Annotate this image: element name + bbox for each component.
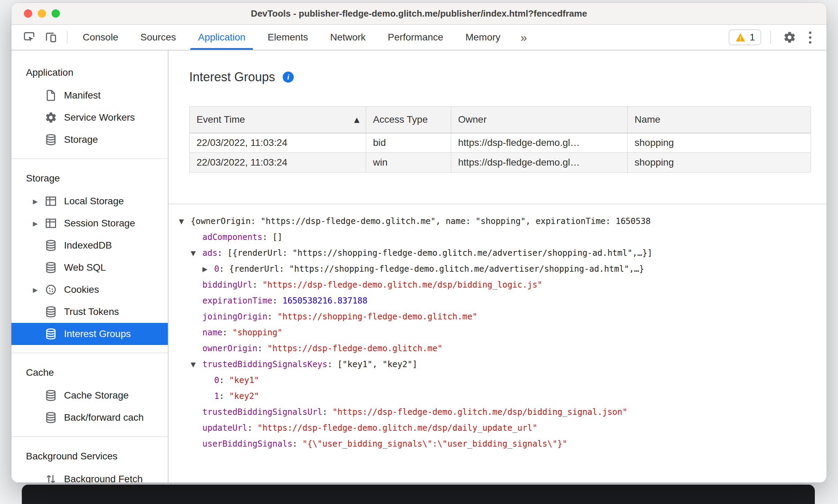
sidebar-item-background-fetch[interactable]: Background Fetch <box>11 468 168 483</box>
tab-network[interactable]: Network <box>319 25 377 50</box>
sidebar-section-background-services[interactable]: Background Services <box>11 445 168 468</box>
sidebar-item-interest-groups[interactable]: Interest Groups <box>11 323 168 345</box>
tree-line[interactable]: ▶0: {renderUrl: "https://shopping-fledge… <box>179 261 827 277</box>
document-icon <box>45 89 57 102</box>
table-row[interactable]: 22/03/2022, 11:03:24winhttps://dsp-fledg… <box>190 153 811 172</box>
sidebar-item-label: Storage <box>64 134 98 145</box>
sidebar-item-session-storage[interactable]: ▶Session Storage <box>11 212 168 234</box>
page-title: Interest Groups <box>189 70 275 84</box>
table-cell: win <box>366 153 451 172</box>
column-header-label: Owner <box>458 114 486 125</box>
database-icon <box>45 411 57 424</box>
sidebar-item-trust-tokens[interactable]: Trust Tokens <box>11 301 168 323</box>
more-tabs-button[interactable]: » <box>511 25 536 50</box>
interest-group-details-tree: ▼{ownerOrigin: "https://dsp-fledge-demo.… <box>168 204 827 483</box>
window-title: DevTools - publisher-fledge-demo.glitch.… <box>11 8 827 19</box>
tab-memory[interactable]: Memory <box>454 25 511 50</box>
tree-line[interactable]: expirationTime: 1650538216.837188 <box>179 293 827 309</box>
tree-line[interactable]: userBiddingSignals: "{\"user_bidding_sig… <box>179 436 827 452</box>
more-options-icon[interactable] <box>804 29 816 46</box>
expand-arrow-icon[interactable]: ▶ <box>33 198 45 205</box>
tree-segment-string: "https://dsp-fledge-demo.glitch.me/dsp/b… <box>262 280 542 290</box>
tab-elements[interactable]: Elements <box>256 25 319 50</box>
database-icon <box>45 133 57 146</box>
tree-line[interactable]: name: "shopping" <box>179 325 827 340</box>
tree-line[interactable]: ▼{ownerOrigin: "https://dsp-fledge-demo.… <box>179 213 827 229</box>
table-row[interactable]: 22/03/2022, 11:03:24bidhttps://dsp-fledg… <box>190 133 811 153</box>
expand-arrow-icon[interactable]: ▶ <box>33 220 45 227</box>
tree-segment-plain: : [] <box>262 232 282 242</box>
info-icon[interactable] <box>283 72 294 83</box>
tree-line[interactable]: ownerOrigin: "https://dsp-fledge-demo.gl… <box>179 340 827 356</box>
tree-segment-key: trustedBiddingSignalsUrl <box>202 407 322 417</box>
tree-line[interactable]: ▼ads: [{renderUrl: "https://shopping-fle… <box>179 245 827 261</box>
sidebar-item-web-sql[interactable]: Web SQL <box>11 256 168 279</box>
tree-segment-plain: : ["key1", "key2"] <box>327 360 417 369</box>
column-header-access-type[interactable]: Access Type <box>366 107 451 133</box>
column-header-owner[interactable]: Owner <box>451 107 628 133</box>
devtools-window: DevTools - publisher-fledge-demo.glitch.… <box>11 3 827 483</box>
twisty-expanded-icon[interactable]: ▼ <box>191 245 202 261</box>
table-cell: bid <box>366 133 451 153</box>
tree-line[interactable]: 1: "key2" <box>179 388 827 404</box>
expand-arrow-icon[interactable]: ▶ <box>33 286 45 293</box>
column-header-label: Event Time <box>197 114 245 125</box>
tree-line[interactable]: updateUrl: "https://dsp-fledge-demo.glit… <box>179 420 827 436</box>
tree-segment-plain: : <box>322 407 333 417</box>
device-toolbar-icon[interactable] <box>41 28 61 47</box>
sidebar-divider <box>11 436 168 437</box>
column-header-event-time[interactable]: Event Time▲ <box>190 107 366 133</box>
sidebar-item-manifest[interactable]: Manifest <box>11 84 168 106</box>
application-sidebar: ApplicationManifestService WorkersStorag… <box>11 50 168 483</box>
zoom-button[interactable] <box>52 9 60 18</box>
tree-line[interactable]: biddingUrl: "https://dsp-fledge-demo.gli… <box>179 277 827 293</box>
sidebar-item-cookies[interactable]: ▶Cookies <box>11 279 168 301</box>
tree-line[interactable]: adComponents: [] <box>179 229 827 245</box>
tab-sources[interactable]: Sources <box>129 25 187 50</box>
tree-segment-plain: : <box>219 391 229 401</box>
column-header-name[interactable]: Name <box>628 107 811 133</box>
twisty-collapsed-icon[interactable]: ▶ <box>202 261 214 277</box>
tab-console[interactable]: Console <box>72 25 129 50</box>
sidebar-divider <box>11 353 168 353</box>
sidebar-item-back-forward-cache[interactable]: Back/forward cach <box>11 407 168 429</box>
minimize-button[interactable] <box>38 9 46 18</box>
table-icon <box>45 195 57 207</box>
sidebar-section-cache[interactable]: Cache <box>11 361 168 384</box>
table-cell: 22/03/2022, 11:03:24 <box>190 133 366 153</box>
cookie-icon <box>45 283 57 296</box>
sidebar-item-service-workers[interactable]: Service Workers <box>11 106 168 129</box>
settings-gear-icon[interactable] <box>780 28 799 47</box>
sidebar-item-storage[interactable]: Storage <box>11 129 168 151</box>
tab-performance[interactable]: Performance <box>377 25 454 50</box>
tab-application[interactable]: Application <box>187 25 256 50</box>
tree-line[interactable]: trustedBiddingSignalsUrl: "https://dsp-f… <box>179 404 827 420</box>
tree-line[interactable]: 0: "key1" <box>179 372 827 388</box>
sidebar-item-local-storage[interactable]: ▶Local Storage <box>11 190 168 212</box>
warning-count: 1 <box>749 32 755 43</box>
twisty-expanded-icon[interactable]: ▼ <box>179 213 191 229</box>
toolbar-right-group: 1 <box>729 25 827 50</box>
close-button[interactable] <box>24 9 32 18</box>
database-icon <box>45 389 57 402</box>
background-window <box>22 485 815 504</box>
sidebar-item-label: Back/forward cach <box>64 412 144 423</box>
sidebar-item-label: Cookies <box>64 284 99 295</box>
table-icon <box>45 217 57 230</box>
tree-line[interactable]: ▼trustedBiddingSignalsKeys: ["key1", "ke… <box>179 356 827 372</box>
sidebar-item-label: Background Fetch <box>64 474 143 483</box>
twisty-expanded-icon[interactable]: ▼ <box>191 356 202 372</box>
sidebar-item-cache-storage[interactable]: Cache Storage <box>11 384 168 407</box>
tree-segment-string: "https://dsp-fledge-demo.glitch.me/dsp/b… <box>333 407 628 417</box>
sidebar-section-storage[interactable]: Storage <box>11 167 168 190</box>
sidebar-item-indexeddb[interactable]: IndexedDB <box>11 234 168 256</box>
tree-segment-plain: : <box>222 328 233 337</box>
tree-line[interactable]: joiningOrigin: "https://shopping-fledge-… <box>179 309 827 325</box>
sidebar-section-application[interactable]: Application <box>11 61 168 84</box>
tree-segment-key: ownerOrigin <box>202 344 257 353</box>
inspect-icon[interactable] <box>20 28 39 47</box>
tree-segment-key: 0 <box>214 375 219 385</box>
sidebar-item-label: Interest Groups <box>64 328 131 339</box>
gear-icon <box>45 111 57 124</box>
warnings-badge[interactable]: 1 <box>729 29 761 45</box>
